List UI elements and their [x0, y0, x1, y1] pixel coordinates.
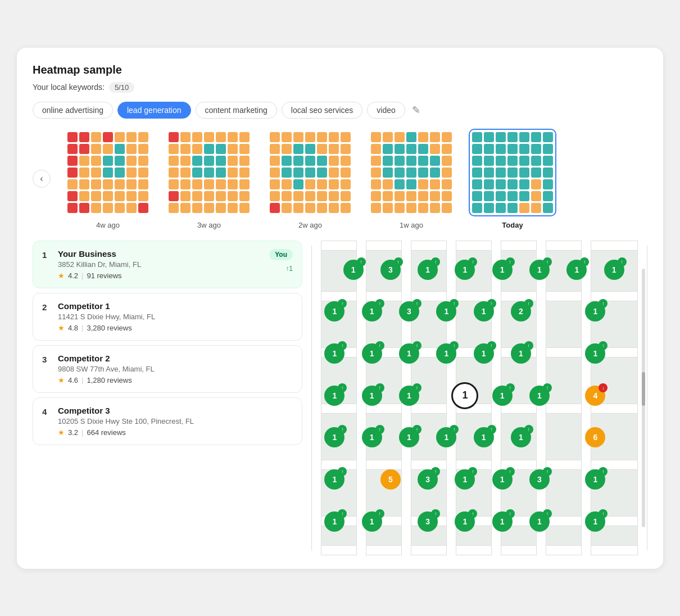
map-pin: 1 — [451, 382, 478, 409]
rank-3: 3 — [42, 355, 51, 364]
map-pin: 1↑ — [585, 301, 605, 321]
heatmaps-row: ‹ 4w ago 3w ago 2w ago 1w — [33, 129, 647, 229]
biz-address-1: 3852 Killian Dr, Miami, FL — [58, 260, 262, 269]
keywords-row: Your local keywords: 5/10 — [33, 82, 647, 93]
pins-container: 1↑3↑1↑1↑1↑1↑1↑1↑1↑1↑3↑1↑1↑2↑1↑1↑1↑1↑1↑1↑… — [311, 241, 647, 555]
business-card-1[interactable]: 1 Your Business 3852 Killian Dr, Miami, … — [33, 241, 302, 288]
map-pin: 1↑ — [324, 301, 344, 321]
heatmap-1w-label: 1w ago — [400, 221, 423, 229]
map-pin: 1↑ — [324, 343, 344, 364]
biz-reviews-3: 1,280 reviews — [87, 376, 132, 384]
map-pin: 1↑ — [455, 511, 475, 532]
heatmap-1w-grid — [371, 132, 452, 213]
star-icon-4: ★ — [58, 428, 65, 437]
map-pin: 1↑ — [324, 386, 344, 406]
chip-video[interactable]: video — [367, 102, 405, 119]
map-pin: 1↑ — [455, 260, 475, 280]
business-card-2[interactable]: 2 Competitor 1 11421 S Dixie Hwy, Miami,… — [33, 293, 302, 341]
map-pin: 1↑ — [474, 427, 494, 447]
biz-meta-4: ★ 3.2 | 664 reviews — [58, 428, 293, 437]
map-pin: 1↑ — [529, 260, 550, 280]
biz-name-3: Competitor 2 — [58, 354, 293, 363]
list-panel: 1 Your Business 3852 Killian Dr, Miami, … — [33, 241, 302, 555]
biz-name-1: Your Business — [58, 249, 262, 259]
scrollbar-track[interactable] — [642, 269, 645, 527]
map-pin: 1↑ — [566, 260, 587, 280]
map-pin: 2↑ — [511, 301, 531, 321]
page-title: Heatmap sample — [33, 64, 647, 76]
heatmap-3w[interactable]: 3w ago — [165, 129, 253, 229]
heatmap-4w-label: 4w ago — [96, 221, 120, 229]
biz-rating-2: 4.8 — [68, 324, 78, 332]
map-pin: 5 — [380, 469, 401, 490]
map-pin: 1↑ — [399, 343, 419, 364]
rank-change-1: ↑1 — [285, 265, 293, 273]
rank-4: 4 — [42, 407, 51, 416]
scrollbar-thumb[interactable] — [642, 372, 645, 406]
biz-address-3: 9808 SW 77th Ave, Miami, FL — [58, 365, 293, 373]
star-icon-2: ★ — [58, 324, 65, 332]
chip-online-advertising[interactable]: online advertising — [33, 102, 113, 119]
you-badge: You — [269, 249, 293, 260]
map-pin: 1↑ — [324, 469, 344, 490]
keyword-chips: online advertising lead generation conte… — [33, 102, 647, 119]
rank-2: 2 — [42, 302, 51, 312]
biz-name-4: Competitor 3 — [58, 406, 293, 415]
heatmap-today-wrap — [469, 129, 556, 216]
edit-icon[interactable]: ✎ — [412, 104, 420, 116]
map-pin: 1↑ — [362, 301, 382, 321]
sep-1: | — [81, 271, 83, 280]
map-pin: 1↑ — [362, 386, 382, 406]
heatmap-3w-wrap — [165, 129, 253, 216]
biz-meta-3: ★ 4.6 | 1,280 reviews — [58, 376, 293, 384]
prev-button[interactable]: ‹ — [33, 170, 51, 188]
heatmap-4w-wrap — [64, 129, 152, 216]
map-pin: 6 — [585, 427, 605, 447]
heatmap-4w[interactable]: 4w ago — [64, 129, 152, 229]
heatmap-today-grid — [472, 132, 553, 213]
heatmap-2w[interactable]: 2w ago — [266, 129, 354, 229]
heatmap-1w[interactable]: 1w ago — [368, 129, 455, 229]
keywords-count: 5/10 — [109, 82, 134, 93]
sep-2: | — [81, 324, 83, 332]
map-pin: 1↑ — [474, 301, 494, 321]
biz-reviews-2: 3,280 reviews — [87, 324, 132, 332]
chip-content-marketing[interactable]: content marketing — [196, 102, 277, 119]
chip-lead-generation[interactable]: lead generation — [117, 102, 191, 119]
rank-1: 1 — [42, 250, 51, 260]
biz-meta-2: ★ 4.8 | 3,280 reviews — [58, 324, 293, 332]
map-pin: 1↑ — [511, 427, 531, 447]
map-pin: 1↑ — [343, 260, 364, 280]
map-pin: 3↑ — [399, 301, 419, 321]
biz-meta-1: ★ 4.2 | 91 reviews — [58, 271, 262, 280]
heatmap-1w-wrap — [368, 129, 455, 216]
biz-info-1: Your Business 3852 Killian Dr, Miami, FL… — [58, 249, 262, 280]
map-pin: 3↑ — [380, 260, 401, 280]
star-icon-3: ★ — [58, 376, 65, 384]
map-pin: 1↑ — [492, 511, 513, 532]
map-pin: 1↑ — [492, 386, 513, 406]
map-pin: 1↑ — [324, 427, 344, 447]
heatmap-2w-wrap — [266, 129, 354, 216]
map-pin: 1↑ — [492, 469, 513, 490]
map-pin: 1↑ — [399, 427, 419, 447]
map-pin: 1↑ — [585, 343, 605, 364]
map-pin: 1↑ — [529, 386, 550, 406]
map-pin: 1↑ — [585, 469, 605, 490]
business-card-4[interactable]: 4 Competitor 3 10205 S Dixie Hwy Ste 100… — [33, 397, 302, 445]
map-panel: 1↑3↑1↑1↑1↑1↑1↑1↑1↑1↑3↑1↑1↑2↑1↑1↑1↑1↑1↑1↑… — [311, 241, 647, 555]
map-pin: 1↑ — [436, 301, 456, 321]
biz-reviews-4: 664 reviews — [87, 428, 125, 437]
map-pin: 1↑ — [436, 427, 456, 447]
heatmap-3w-grid — [169, 132, 250, 213]
main-content: 1 Your Business 3852 Killian Dr, Miami, … — [33, 241, 647, 555]
map-pin: 1↑ — [604, 260, 624, 280]
map-pin: 3↑ — [418, 511, 438, 532]
map-pin: 1↑ — [362, 427, 382, 447]
business-card-3[interactable]: 3 Competitor 2 9808 SW 77th Ave, Miami, … — [33, 345, 302, 393]
heatmap-today[interactable]: Today — [469, 129, 556, 229]
star-icon-1: ★ — [58, 271, 65, 280]
chip-local-seo[interactable]: local seo services — [282, 102, 363, 119]
heatmap-4w-grid — [67, 132, 148, 213]
map-pin: 1↑ — [492, 260, 513, 280]
